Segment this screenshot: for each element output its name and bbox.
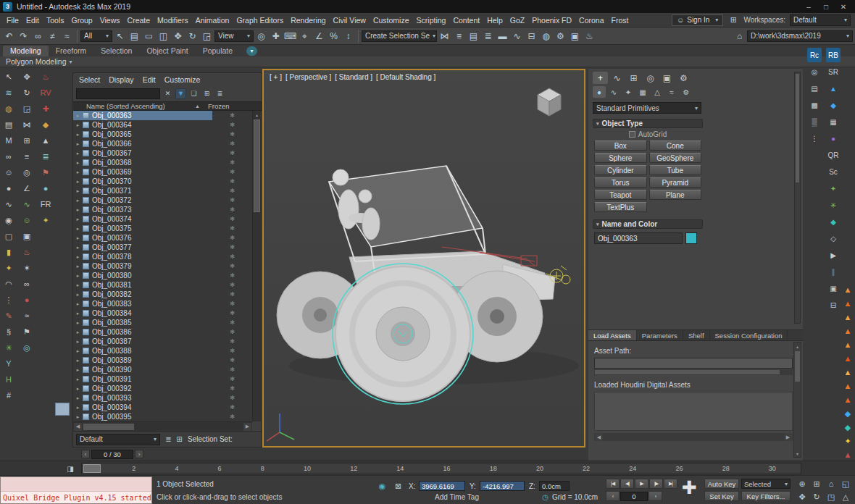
menu-item[interactable]: Content (449, 13, 483, 28)
scene-explorer-row[interactable]: ▸Obj_000379 ✻ (73, 261, 252, 271)
explorer-vertical-scrollbar[interactable]: ▴ (252, 111, 261, 421)
object-type-rollout-header[interactable]: ▾ Object Type (593, 119, 703, 128)
primitive-button[interactable]: Plane (649, 190, 702, 200)
shapes-category-icon[interactable]: ∿ (607, 86, 620, 98)
geometry-category-icon[interactable]: ● (593, 86, 606, 98)
expand-arrow-icon[interactable]: ▸ (75, 235, 81, 241)
primitive-button[interactable]: Sphere (594, 153, 647, 163)
scene-explorer-row[interactable]: ▸Obj_000380 ✻ (73, 271, 252, 280)
frozen-toggle-icon[interactable]: ✻ (212, 404, 252, 411)
scene-explorer-menu[interactable]: Customize (164, 75, 207, 84)
expand-arrow-icon[interactable]: ▸ (75, 292, 81, 298)
frozen-toggle-icon[interactable]: ✻ (212, 244, 252, 251)
next-key-button[interactable]: › (648, 491, 662, 501)
frozen-toggle-icon[interactable]: ✻ (212, 301, 252, 307)
spacewarps-category-icon[interactable]: ≈ (665, 86, 678, 98)
menu-item[interactable]: Graph Editors (233, 13, 287, 28)
scene-explorer-row[interactable]: ▸Obj_000378 ✻ (73, 252, 252, 261)
select-and-manipulate-icon[interactable]: ✚ (269, 29, 283, 43)
explorer-options-icon[interactable]: ≣ (214, 88, 225, 99)
frozen-toggle-icon[interactable]: ✻ (212, 413, 252, 420)
menu-item[interactable]: File (3, 13, 22, 28)
asset-path-field[interactable] (594, 358, 793, 369)
frozen-toggle-icon[interactable]: ✻ (212, 376, 252, 382)
paint-icon[interactable]: ✎ (1, 308, 16, 323)
zoom-extents-icon[interactable]: ⌂ (824, 477, 838, 490)
angle-snap-icon[interactable]: ∠ (312, 29, 326, 43)
expand-arrow-icon[interactable]: ▸ (75, 395, 81, 401)
explorer-horizontal-scrollbar[interactable]: ◀ ▶ (73, 421, 252, 431)
expand-arrow-icon[interactable]: ▸ (75, 245, 81, 251)
people-icon[interactable]: ☺ (20, 213, 34, 227)
utilities-tab-icon[interactable]: ⚙ (676, 72, 691, 84)
expand-arrow-icon[interactable]: ▸ (75, 339, 81, 345)
frozen-toggle-icon[interactable]: ✻ (212, 206, 252, 213)
sign-in-button[interactable]: ☺ Sign In ▾ (672, 14, 723, 26)
scroll-left-icon[interactable]: ◀ (74, 423, 82, 431)
current-frame-field[interactable]: 0 (620, 492, 648, 501)
go-to-end-icon[interactable]: ▶| (664, 479, 677, 489)
scene-explorer-search-input[interactable] (76, 88, 160, 99)
list-icon[interactable]: ▤ (807, 81, 822, 96)
curve-tool-icon[interactable]: ∿ (20, 197, 34, 211)
foliage-icon[interactable]: ✳ (1, 340, 16, 355)
material-editor-icon[interactable]: ◍ (539, 29, 553, 43)
play-icon[interactable]: ▶ (635, 479, 648, 489)
houdini-tab[interactable]: Shelf (683, 330, 710, 340)
phoenix-flame-icon[interactable]: ▲ (841, 380, 855, 392)
select-tool-icon[interactable]: ↖ (1, 70, 16, 84)
selection-lock-toggle-icon[interactable]: ⊠ (392, 480, 404, 492)
expand-arrow-icon[interactable]: ▸ (75, 329, 81, 335)
viewport-label-segment[interactable]: [ Default Shading ] (376, 73, 435, 81)
frozen-toggle-icon[interactable]: ✻ (212, 159, 252, 166)
snaps-toggle-icon[interactable]: ⌖ (298, 29, 312, 43)
scene-explorer-row[interactable]: ▸Obj_000363 ✻ (73, 111, 252, 120)
ribbon-tab[interactable]: Populate (196, 46, 240, 56)
next-frame-icon[interactable]: |▶ (649, 479, 663, 489)
project-folder-icon[interactable]: ⌂ (733, 29, 746, 43)
target-icon[interactable]: ◎ (20, 340, 34, 355)
previous-frame-icon[interactable]: ◀| (620, 479, 634, 489)
undo-icon[interactable]: ↶ (2, 29, 16, 43)
expand-arrow-icon[interactable]: ▸ (75, 188, 81, 194)
ivy-icon[interactable]: Y (1, 356, 16, 371)
frozen-toggle-icon[interactable]: ✻ (212, 131, 252, 138)
sphere-plugin-icon[interactable]: ● (38, 181, 53, 196)
menu-item[interactable]: Civil View (330, 13, 370, 28)
viewport-label-segment[interactable]: [ Standard ] (335, 73, 372, 81)
frozen-toggle-icon[interactable]: ✻ (212, 188, 252, 194)
frozen-toggle-icon[interactable]: ✻ (212, 178, 252, 185)
houdini-vertical-scrollbar[interactable]: ▴ ▾ (793, 342, 801, 458)
time-slider-handle[interactable] (83, 464, 101, 473)
frozen-toggle-icon[interactable]: ✻ (212, 225, 252, 232)
x-coordinate-field[interactable]: 3969.6169 (419, 481, 465, 491)
pan-icon[interactable]: ✥ (795, 490, 809, 503)
rectangular-selection-icon[interactable]: ▭ (142, 29, 156, 43)
blue-arrow-icon[interactable]: ▲ (826, 81, 841, 96)
bind-to-space-warp-icon[interactable]: ≈ (60, 29, 74, 43)
keyboard-override-icon[interactable]: ⌨ (283, 29, 297, 43)
houdini-tab[interactable]: Load Assets (588, 330, 637, 340)
menu-item[interactable]: Rendering (287, 13, 329, 28)
grid-plugin-icon[interactable]: ▦ (826, 114, 841, 129)
command-panel-scrollbar[interactable] (794, 72, 801, 324)
rv-plugin-badge[interactable]: RV (38, 85, 53, 100)
project-path-combo[interactable]: D:\work\3dsmax\2019 ▾ (747, 30, 853, 42)
menu-item[interactable]: Tools (43, 13, 68, 28)
menu-item[interactable]: GoZ (506, 13, 528, 28)
frozen-toggle-icon[interactable]: ✻ (212, 348, 252, 354)
scene-explorer-row[interactable]: ▸Obj_000394 ✻ (73, 403, 252, 412)
phoenix-flame-icon[interactable]: ▲ (841, 394, 855, 406)
workspace-layout-icon[interactable]: ⊞ (727, 14, 739, 26)
menu-item[interactable]: Customize (370, 13, 413, 28)
frozen-toggle-icon[interactable]: ✻ (212, 122, 252, 128)
select-and-scale-icon[interactable]: ◲ (200, 29, 214, 43)
z-coordinate-field[interactable]: 0.0cm (539, 481, 570, 491)
previous-frame-button[interactable]: ‹ (81, 450, 90, 458)
sphere-icon[interactable]: ● (1, 181, 16, 196)
systems-category-icon[interactable]: ⚙ (680, 86, 693, 98)
isolate-selection-toggle-icon[interactable]: ◉ (376, 480, 388, 492)
primitive-button[interactable]: Cone (649, 140, 702, 151)
menu-item[interactable]: Frost (608, 13, 633, 28)
docked-panel-tab[interactable] (55, 403, 70, 416)
